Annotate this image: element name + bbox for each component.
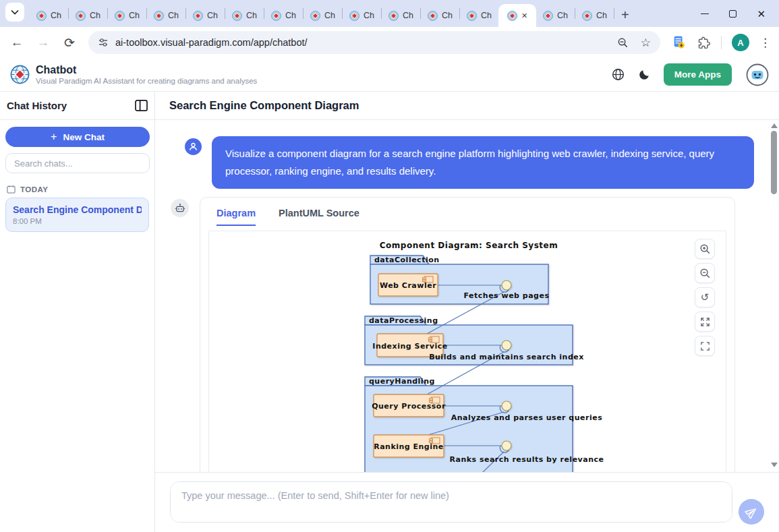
language-globe-icon[interactable]: [612, 68, 625, 81]
visual-paradigm-favicon: [76, 11, 86, 21]
zoom-out-button[interactable]: [695, 263, 715, 283]
visual-paradigm-favicon: [115, 11, 125, 21]
chevron-down-icon: [11, 9, 19, 15]
back-button[interactable]: ←: [9, 35, 24, 50]
vertical-scrollbar[interactable]: [770, 120, 778, 472]
close-tab-icon[interactable]: ✕: [521, 12, 527, 20]
browser-tab[interactable]: Ch: [147, 4, 185, 27]
browser-window: Ch Ch Ch Ch Ch Ch Ch Ch Ch Ch Ch Ch ✕ Ch…: [0, 0, 779, 532]
more-apps-button[interactable]: More Apps: [664, 63, 732, 86]
url-text: ai-toolbox.visual-paradigm.com/app/chatb…: [115, 37, 308, 48]
new-chat-button[interactable]: + New Chat: [5, 127, 150, 147]
component-name: Web Crawler: [379, 281, 436, 290]
new-tab-button[interactable]: +: [621, 8, 629, 22]
expand-arrows-icon: [700, 317, 710, 327]
send-button[interactable]: [739, 499, 764, 525]
fullscreen-brackets-icon: [700, 341, 710, 351]
reset-view-button[interactable]: ↺: [695, 287, 715, 307]
chat-item-title: Search Engine Component Dia...: [13, 204, 142, 215]
browser-tab-active[interactable]: ✕: [498, 4, 536, 27]
bot-avatar: [171, 199, 189, 217]
browser-tab[interactable]: Ch: [69, 4, 107, 27]
section-label: TODAY: [20, 185, 49, 194]
diagram-zoom-controls: ↺: [695, 239, 715, 356]
browser-tab[interactable]: Ch: [186, 4, 225, 27]
component-diagram: Component Diagram: Search System dataCol…: [210, 231, 726, 472]
scroll-down-arrow[interactable]: [771, 463, 778, 467]
browser-tab[interactable]: Ch: [421, 4, 459, 27]
diagram-viewport: Component Diagram: Search System dataCol…: [208, 231, 726, 472]
interface-label: Ranks search results by relevance: [449, 455, 604, 464]
dark-mode-moon-icon[interactable]: [638, 69, 650, 81]
visual-paradigm-favicon: [36, 11, 47, 21]
interface-label: Analyzes and parses user queries: [451, 413, 602, 422]
address-bar[interactable]: ai-toolbox.visual-paradigm.com/app/chatb…: [88, 31, 660, 54]
robot-icon: [175, 203, 185, 214]
app-subtitle: Visual Paradigm AI Assistant for creatin…: [36, 77, 257, 85]
browser-tab[interactable]: Ch: [108, 4, 146, 27]
tab-separator: [614, 8, 614, 19]
forward-button[interactable]: →: [36, 35, 51, 50]
search-chats-input[interactable]: [5, 153, 150, 173]
browser-tab[interactable]: Ch: [460, 4, 498, 27]
browser-tab[interactable]: Ch: [264, 4, 303, 27]
extensions-puzzle-icon[interactable]: [697, 36, 711, 50]
tab-search-button[interactable]: [5, 3, 24, 22]
browser-toolbar: ← → ⟳ ai-toolbox.visual-paradigm.com/app…: [0, 27, 779, 58]
bookmark-star-icon[interactable]: ☆: [641, 36, 651, 50]
browser-profile-avatar[interactable]: A: [732, 34, 749, 51]
toolbar-divider: [721, 36, 722, 49]
page-title: Search Engine Component Diagram: [169, 99, 359, 112]
zoom-level-icon[interactable]: [617, 37, 629, 49]
visual-paradigm-favicon: [232, 11, 242, 21]
chat-history-item[interactable]: Search Engine Component Dia... 8:00 PM: [5, 198, 149, 232]
visual-paradigm-favicon: [349, 11, 359, 21]
expand-button[interactable]: [695, 312, 715, 332]
visual-paradigm-favicon: [388, 11, 399, 21]
person-icon: [188, 142, 198, 152]
browser-tab[interactable]: Ch: [536, 4, 575, 27]
browser-tab[interactable]: Ch: [30, 4, 68, 27]
visual-paradigm-favicon: [193, 11, 203, 21]
component-name: Indexing Service: [372, 342, 447, 351]
assistant-robot-avatar[interactable]: [745, 63, 770, 87]
scroll-up-arrow[interactable]: [771, 123, 778, 128]
collapse-sidebar-icon[interactable]: [135, 100, 148, 111]
site-settings-icon[interactable]: [98, 37, 109, 48]
fullscreen-button[interactable]: [695, 336, 715, 356]
message-input[interactable]: [171, 482, 732, 522]
app-header: Chatbot Visual Paradigm AI Assistant for…: [0, 58, 779, 92]
interface-label: Fetches web pages: [463, 291, 549, 300]
browser-tab[interactable]: Ch: [382, 4, 420, 27]
browser-tab[interactable]: Ch: [343, 4, 381, 27]
window-close-button[interactable]: ✕: [757, 10, 766, 18]
window-controls: ✕: [701, 10, 779, 18]
reading-list-extension-icon[interactable]: [672, 35, 687, 50]
interface-label: Builds and maintains search index: [429, 353, 584, 361]
minimize-button[interactable]: [701, 13, 709, 14]
reload-button[interactable]: ⟳: [62, 35, 77, 51]
browser-tab[interactable]: Ch: [225, 4, 264, 27]
user-message-row: Visualize a component diagram for a sear…: [185, 136, 754, 189]
visual-paradigm-favicon: [507, 11, 517, 21]
tab-diagram[interactable]: Diagram: [217, 208, 256, 226]
component-name: Query Processor: [372, 402, 446, 411]
visual-paradigm-favicon: [428, 11, 438, 21]
user-message-bubble: Visualize a component diagram for a sear…: [212, 136, 754, 189]
browser-menu-icon[interactable]: ⋮: [759, 36, 771, 50]
maximize-button[interactable]: [729, 10, 737, 18]
visual-paradigm-logo: [9, 64, 30, 85]
tab-plantuml-source[interactable]: PlantUML Source: [279, 208, 359, 226]
chat-messages-area: Visualize a component diagram for a sear…: [155, 120, 779, 472]
browser-tab[interactable]: Ch: [575, 4, 614, 27]
visual-paradigm-favicon: [310, 11, 320, 21]
plus-icon: +: [51, 131, 57, 143]
user-avatar: [185, 138, 202, 155]
scrollbar-thumb[interactable]: [771, 131, 777, 194]
package-name: dataCollection: [374, 256, 440, 264]
tab-strip: Ch Ch Ch Ch Ch Ch Ch Ch Ch Ch Ch Ch ✕ Ch…: [0, 0, 779, 27]
visual-paradigm-favicon: [543, 11, 553, 21]
zoom-in-button[interactable]: [695, 239, 715, 259]
component-name: Ranking Engine: [374, 442, 444, 451]
browser-tab[interactable]: Ch: [304, 4, 342, 27]
